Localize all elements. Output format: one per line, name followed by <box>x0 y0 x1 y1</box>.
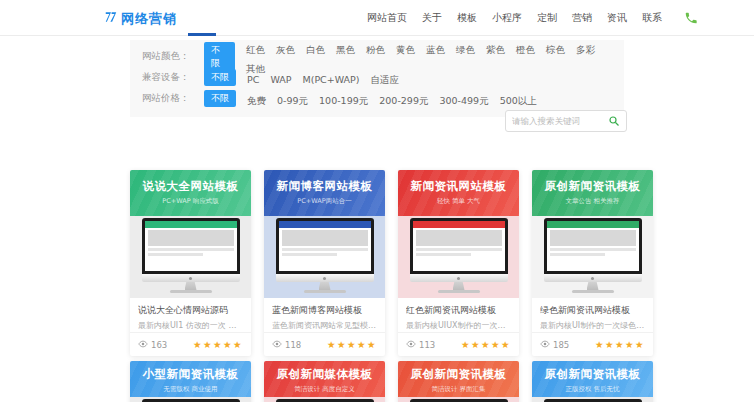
imac-mockup <box>276 218 374 298</box>
apple-logo-dot <box>457 277 460 280</box>
template-card[interactable]: 原创新闻资讯模板 简洁设计 界面汇集 <box>398 361 519 402</box>
star-rating[interactable]: ★★★★★ <box>461 339 511 350</box>
views: 118 <box>272 340 301 350</box>
card-title: 小型新闻资讯模板 <box>130 361 251 382</box>
top-navbar: 网络营销 网站首页关于模板小程序定制营销资讯联系 <box>0 0 754 36</box>
phone-icon[interactable] <box>684 10 698 29</box>
filter-selected-chip[interactable]: 不限 <box>204 42 235 72</box>
card-subtitle: 简洁设计 界面汇集 <box>398 385 519 394</box>
filter-option[interactable]: 黄色 <box>396 44 415 55</box>
views-count: 163 <box>151 340 167 350</box>
card-title: 原创新闻资讯模板 <box>532 361 653 382</box>
filter-option[interactable]: 红色 <box>246 44 265 55</box>
logo-icon <box>104 9 118 28</box>
card-subtitle: 轻快 简单 大气 <box>398 197 519 206</box>
card-banner: 原创新闻资讯模板 文章公告 相关推荐 <box>532 170 653 216</box>
filter-option[interactable]: 多彩 <box>576 44 595 55</box>
card-title: 新闻资讯网站模板 <box>398 170 519 194</box>
star-rating[interactable]: ★★★★★ <box>193 339 243 350</box>
card-description: 蓝色新闻博客网站模板 蓝色新闻资讯网站常见型模板，以下最… <box>264 298 385 332</box>
filter-option[interactable]: PC <box>247 74 259 85</box>
filter-option[interactable]: 粉色 <box>366 44 385 55</box>
filter-option[interactable]: 蓝色 <box>426 44 445 55</box>
search-input[interactable] <box>512 116 608 126</box>
card-banner: 新闻博客网站模板 PC+WAP两站合一 <box>264 170 385 216</box>
template-grid: 说说大全网站模板 PC+WAP 响应式版 说说大全心情网站源码 最新内核UI1 … <box>130 170 654 402</box>
filter-option[interactable]: 白色 <box>306 44 325 55</box>
imac-mockup <box>142 218 240 298</box>
nav-item[interactable]: 小程序 <box>492 11 522 25</box>
filter-option[interactable]: 100-199元 <box>319 95 368 106</box>
card-preview <box>264 397 385 402</box>
filter-row-color: 网站颜色： 不限 红色灰色白色黑色粉色黄色蓝色绿色紫色橙色棕色多彩其他 <box>142 46 612 67</box>
card-description: 说说大全心情网站源码 最新内核UI1 仿改的一次 说说人生哲… <box>130 298 251 332</box>
nav-item[interactable]: 关于 <box>422 11 442 25</box>
site-logo[interactable]: 网络营销 <box>104 9 177 28</box>
filter-selected-chip[interactable]: 不限 <box>204 69 236 86</box>
imac-chin <box>544 274 642 282</box>
card-desc-title: 红色新闻资讯网站模板 <box>406 304 511 317</box>
page: 网络营销 网站首页关于模板小程序定制营销资讯联系 网站颜色： 不限 红色灰色白色… <box>0 0 754 402</box>
filter-option[interactable]: 灰色 <box>276 44 295 55</box>
filter-option[interactable]: 自适应 <box>371 74 400 85</box>
card-banner: 原创新闻媒体模板 简洁设计 高度自定义 <box>264 361 385 397</box>
template-card[interactable]: 原创新闻资讯模板 文章公告 相关推荐 绿色新闻资讯网站模板 最新内核UI制作的一… <box>532 170 653 356</box>
template-card[interactable]: 新闻博客网站模板 PC+WAP两站合一 蓝色新闻博客网站模板 蓝色新闻资讯网站常… <box>264 170 385 356</box>
views-count: 185 <box>553 340 569 350</box>
imac-mockup <box>410 218 508 298</box>
template-card[interactable]: 说说大全网站模板 PC+WAP 响应式版 说说大全心情网站源码 最新内核UI1 … <box>130 170 251 356</box>
imac-chin <box>276 274 374 282</box>
filter-selected-chip[interactable]: 不限 <box>204 90 236 107</box>
views: 185 <box>540 340 569 350</box>
nav-item[interactable]: 网站首页 <box>367 11 407 25</box>
card-title: 说说大全网站模板 <box>130 170 251 194</box>
filter-option[interactable]: 绿色 <box>456 44 475 55</box>
nav-item[interactable]: 联系 <box>642 11 662 25</box>
card-desc-title: 绿色新闻资讯网站模板 <box>540 304 645 317</box>
template-card[interactable]: 原创新闻资讯模板 正版授权 售后无忧 <box>532 361 653 402</box>
apple-logo-dot <box>591 277 594 280</box>
filter-option[interactable]: 300-499元 <box>439 95 488 106</box>
views-count: 118 <box>285 340 301 350</box>
card-desc-text: 最新内核UIUX制作的一次红色新闻资… <box>406 320 511 331</box>
card-banner: 新闻资讯网站模板 轻快 简单 大气 <box>398 170 519 216</box>
star-rating[interactable]: ★★★★★ <box>595 339 645 350</box>
filter-option[interactable]: 黑色 <box>336 44 355 55</box>
template-card[interactable]: 原创新闻媒体模板 简洁设计 高度自定义 <box>264 361 385 402</box>
filter-option[interactable]: 0-99元 <box>277 95 308 106</box>
card-preview <box>398 216 519 298</box>
filter-option[interactable]: 棕色 <box>546 44 565 55</box>
nav-item[interactable]: 营销 <box>572 11 592 25</box>
card-title: 新闻博客网站模板 <box>264 170 385 194</box>
logo-text: 网络营销 <box>121 10 177 28</box>
card-footer: 118 ★★★★★ <box>264 332 385 356</box>
filter-option[interactable]: 200-299元 <box>379 95 428 106</box>
filter-option[interactable]: M(PC+WAP) <box>302 74 359 85</box>
filter-option[interactable]: 橙色 <box>516 44 535 55</box>
card-description: 绿色新闻资讯网站模板 最新内核UI制作的一次绿色资讯网站… <box>532 298 653 332</box>
nav-item[interactable]: 模板 <box>457 11 477 25</box>
filter-option[interactable]: 500以上 <box>500 95 537 106</box>
template-card[interactable]: 小型新闻资讯模板 无需版权 商业使用 <box>130 361 251 402</box>
card-footer: 163 ★★★★★ <box>130 332 251 356</box>
template-card[interactable]: 新闻资讯网站模板 轻快 简单 大气 红色新闻资讯网站模板 最新内核UIUX制作的… <box>398 170 519 356</box>
filter-option[interactable]: WAP <box>270 74 291 85</box>
card-subtitle: 无需版权 商业使用 <box>130 385 251 394</box>
filter-option[interactable]: 紫色 <box>486 44 505 55</box>
active-tab-indicator <box>188 33 216 36</box>
card-title: 原创新闻资讯模板 <box>398 361 519 382</box>
nav-item[interactable]: 定制 <box>537 11 557 25</box>
card-subtitle: 文章公告 相关推荐 <box>532 197 653 206</box>
card-desc-text: 蓝色新闻资讯网站常见型模板，以下最… <box>272 320 377 331</box>
card-desc-title: 说说大全心情网站源码 <box>138 304 243 317</box>
card-preview <box>532 216 653 298</box>
search-icon[interactable] <box>608 112 620 131</box>
search-box <box>505 110 627 132</box>
star-rating[interactable]: ★★★★★ <box>327 339 377 350</box>
imac-chin <box>410 274 508 282</box>
card-banner: 原创新闻资讯模板 简洁设计 界面汇集 <box>398 361 519 397</box>
card-subtitle: 正版授权 售后无忧 <box>532 385 653 394</box>
filter-option[interactable]: 免费 <box>247 95 266 106</box>
nav-item[interactable]: 资讯 <box>607 11 627 25</box>
eye-icon <box>272 340 282 350</box>
